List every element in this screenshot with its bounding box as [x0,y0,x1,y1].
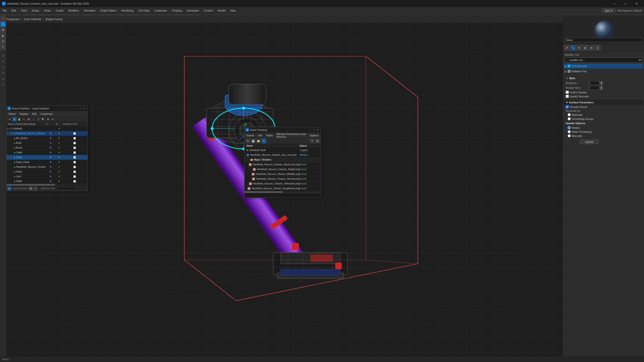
at-scrollbar-thumb[interactable] [244,191,282,193]
at-scrollbar[interactable] [244,191,321,193]
iterations-input[interactable] [587,81,599,85]
minimize-button[interactable]: ─ [609,0,620,7]
se-tb-group[interactable]: ⬡ [36,117,40,121]
table-row[interactable]: ◉ Cable ❄ ☀ ⬜ [6,150,88,155]
at-minimize[interactable]: ─ [308,128,312,132]
menu-views[interactable]: Views [42,7,53,14]
smooth-result-checkbox[interactable] [566,105,569,108]
se-col-display[interactable]: Display as Box [62,122,86,126]
sign-in-button[interactable]: Sign In [602,8,615,13]
at-menu-paths[interactable]: Paths [264,133,275,138]
at-menu-options[interactable]: Options [308,133,321,138]
list-item[interactable]: 3 Handheld_Vacuum_Cleaner_max_vray.max N… [244,153,321,157]
vp-perspective[interactable]: Perspective [5,17,20,21]
menu-content[interactable]: Content [201,7,215,14]
list-item[interactable]: 📁 Maps / Shaders [244,157,321,162]
se-tb-layer-mode[interactable]: ☰ [12,117,16,121]
se-title-bar[interactable]: 3 Scene Explorer - Layer Explorer ─ □ ✕ [6,105,88,111]
vp-edged-faces[interactable]: [Edged Faces] [44,17,64,21]
when-rendering-radio[interactable] [568,130,571,133]
table-row[interactable]: ◉ Handheld_Vacuum_Cleaner ❄ ☀ ⬜ [6,165,88,169]
vp-user-defined[interactable]: [User Defined] [23,17,42,21]
menu-create[interactable]: Create [53,7,66,14]
se-scrollbar-thumb[interactable] [6,184,55,186]
render-iters-down[interactable]: ▼ [600,88,603,90]
modifier-item-editable-poly[interactable]: ▶ Editable Poly [564,69,643,74]
modifier-dropdown[interactable]: -- modifier list -- [565,58,642,62]
menu-graph-editors[interactable]: Graph Editors [98,7,119,14]
at-tb-folder[interactable]: 📁 [256,139,261,143]
table-row[interactable]: ◉ Joint ❄ ☀ ⬜ [6,174,88,179]
modifier-item-turbosmooth[interactable]: ▶ TurboSmooth [564,63,643,69]
se-maximize[interactable]: □ [79,106,83,110]
se-scrollbar[interactable] [6,184,88,186]
table-row[interactable]: ◉ Brush ❄ ☀ ⬜ [6,145,88,150]
menu-arnold[interactable]: Arnold [215,7,228,14]
menu-edit[interactable]: Edit [9,7,18,14]
object-name-field[interactable] [565,38,642,42]
lt-utilities[interactable]: 🔨 [0,44,6,50]
lt-extra4[interactable]: ⬛ [0,70,6,76]
menu-rendering[interactable]: Rendering [119,7,136,14]
lt-extra1[interactable]: ⬛ [0,53,6,58]
list-item[interactable]: 🖼 Handheld_Vacuum_Cleaner_Refraction.png… [244,181,321,186]
se-tb-filter[interactable]: 🔍 [41,117,45,121]
lt-modify[interactable]: 🔧 [0,21,6,27]
at-tb-save[interactable]: 💾 [251,139,256,143]
mod-delete[interactable]: 🗑 [582,45,588,51]
mod-move-down[interactable]: ⬇ [595,45,601,51]
at-tb-settings[interactable]: ⚙ [315,139,320,143]
materials-radio[interactable] [568,113,571,116]
se-tb-lock[interactable]: 🔒 [17,117,21,121]
menu-civil-view[interactable]: Civil View [136,7,152,14]
table-row[interactable]: ◉ Glass_Head ❄ ☀ ⬜ [6,160,88,165]
menu-scripting[interactable]: Scripting [169,7,184,14]
isoline-checkbox[interactable] [566,91,569,94]
se-footer-add-btn[interactable]: + [34,187,37,190]
at-tb-list[interactable]: ☰ [261,139,266,143]
at-body[interactable]: 🏛 Autodesk Vault Logged... 3 Handheld_Va… [244,148,321,191]
always-radio[interactable] [568,126,571,129]
manually-radio[interactable] [568,134,571,137]
menu-customize[interactable]: Customize [152,7,169,14]
lt-create[interactable]: + [0,16,6,21]
table-row[interactable]: ▶ ◈ 0 (default) ☀ [6,126,88,131]
list-item[interactable]: 🖼 Handheld_Vacuum_Cleaner_Roughness.png … [244,186,321,191]
se-body[interactable]: ▶ ◈ 0 (default) ☀ ▶ ◉ Handheld_Vacuum_Cl… [6,126,88,184]
at-input-bar[interactable] [244,193,321,198]
at-menu-server[interactable]: Server [244,133,256,138]
list-item[interactable]: 🖼 Handheld_Vacuum_Cleaner_Metallic.png F… [244,172,321,177]
se-tb-refresh[interactable]: ↻ [50,117,55,121]
render-iters-input[interactable] [587,86,599,90]
lt-extra6[interactable]: ⬛ [0,82,6,87]
menu-modifiers[interactable]: Modifiers [66,7,82,14]
menu-animation[interactable]: Animation [82,7,98,14]
se-menu-select[interactable]: Select [6,111,18,116]
table-row[interactable]: ◉ Glass ❄ ☀ ⬜ [6,155,88,160]
lt-extra3[interactable]: ⬛ [0,65,6,70]
se-col-render[interactable]: R... [55,122,62,126]
mod-pin[interactable]: 📌 [564,45,570,51]
menu-help[interactable]: Help [228,7,238,14]
at-tb-help[interactable]: ? [310,139,314,143]
menu-interactive[interactable]: Interactive [184,7,202,14]
list-item[interactable]: 🖼 Handheld_Vacuum_Cleaner_Normal.png Fou… [244,177,321,181]
se-tb-close-x[interactable]: ✕ [8,117,12,121]
se-tb-add[interactable]: + [22,117,26,121]
at-tb-refresh[interactable]: ↻ [246,139,250,143]
se-minimize[interactable]: ─ [75,106,79,110]
se-col-freeze[interactable]: F... [46,122,55,126]
se-close[interactable]: ✕ [83,106,86,110]
menu-tools[interactable]: Tools [18,7,30,14]
se-tb-settings[interactable]: ⚙ [46,117,50,121]
lt-extra5[interactable]: ⬛ [0,76,6,81]
se-tb-merge[interactable]: ⊞ [26,117,31,121]
se-footer-link-btn[interactable]: 🔗 [29,187,32,190]
se-selection-set-input[interactable] [56,187,76,190]
menu-file[interactable]: File [0,7,9,14]
table-row[interactable]: ◉ Head ❄ ☀ ⬜ [6,169,88,174]
close-button[interactable]: ✕ [631,0,642,7]
at-path-input[interactable] [244,193,321,197]
at-close[interactable]: ✕ [316,128,320,132]
lt-hierarchy[interactable]: ⛓ [0,27,6,32]
